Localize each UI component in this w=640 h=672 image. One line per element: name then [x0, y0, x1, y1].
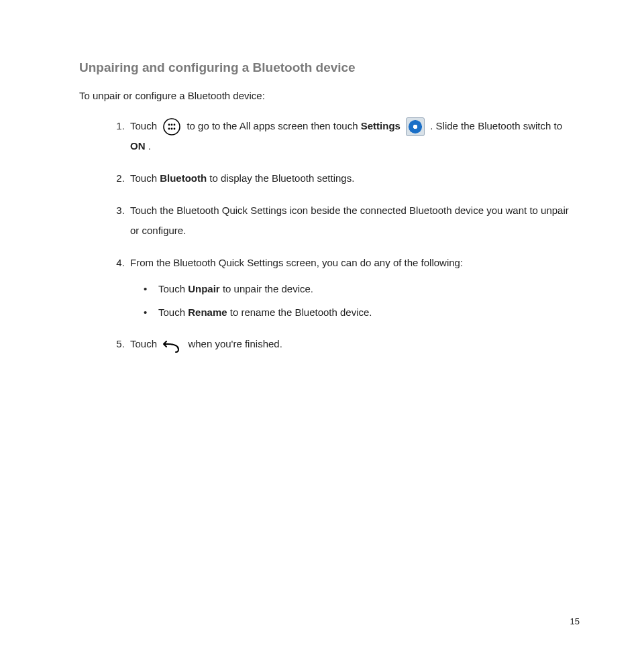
svg-point-1	[168, 124, 170, 126]
step-5: Touch when you're finished.	[127, 334, 580, 354]
section-heading: Unpairing and configuring a Bluetooth de…	[79, 60, 580, 75]
svg-line-13	[411, 122, 412, 123]
svg-point-3	[174, 124, 176, 126]
svg-point-8	[413, 125, 417, 129]
page-number: 15	[570, 616, 580, 626]
bullet-unpair-a: Touch	[158, 283, 188, 294]
step-1-text-d: .	[148, 140, 151, 152]
back-icon	[162, 336, 182, 353]
step-2-text-a: Touch	[130, 172, 160, 184]
step-1-settings-label: Settings	[361, 120, 401, 131]
step-2: Touch Bluetooth to display the Bluetooth…	[127, 168, 580, 188]
svg-line-14	[419, 130, 420, 131]
step-1-on-label: ON	[130, 140, 146, 152]
steps-list: Touch to go to the All apps screen then …	[79, 116, 580, 354]
svg-line-15	[411, 130, 412, 131]
all-apps-icon	[162, 117, 181, 136]
step-1-text-b: to go to the All apps screen then touch	[186, 120, 360, 131]
bullet-rename-a: Touch	[158, 306, 188, 318]
step-5-text-b: when you're finished.	[188, 338, 282, 349]
step-5-text-a: Touch	[130, 338, 160, 349]
bullet-rename-label: Rename	[188, 306, 227, 318]
step-3: Touch the Bluetooth Quick Settings icon …	[127, 201, 580, 241]
svg-point-6	[174, 128, 176, 130]
svg-point-0	[164, 119, 180, 135]
step-2-bluetooth-label: Bluetooth	[160, 172, 207, 184]
manual-page: Unpairing and configuring a Bluetooth de…	[0, 0, 640, 672]
step-2-text-b: to display the Bluetooth settings.	[209, 172, 354, 184]
svg-point-5	[171, 128, 173, 130]
bullet-unpair-b: to unpair the device.	[223, 283, 313, 294]
step-1-text-c: . Slide the Bluetooth switch to	[430, 120, 562, 131]
svg-line-16	[419, 122, 420, 123]
bullet-unpair-label: Unpair	[188, 283, 220, 294]
step-4: From the Bluetooth Quick Settings screen…	[127, 253, 580, 322]
settings-icon	[406, 117, 425, 136]
bullet-rename-b: to rename the Bluetooth device.	[230, 306, 372, 318]
bullet-unpair: Touch Unpair to unpair the device.	[140, 280, 580, 299]
svg-point-4	[168, 128, 170, 130]
svg-point-2	[171, 124, 173, 126]
bullet-rename: Touch Rename to rename the Bluetooth dev…	[140, 303, 580, 323]
step-4-bullets: Touch Unpair to unpair the device. Touch…	[140, 280, 580, 322]
step-1-text-a: Touch	[130, 120, 160, 131]
step-4-intro: From the Bluetooth Quick Settings screen…	[130, 257, 463, 268]
step-1: Touch to go to the All apps screen then …	[127, 116, 580, 156]
intro-text: To unpair or configure a Bluetooth devic…	[79, 90, 580, 101]
